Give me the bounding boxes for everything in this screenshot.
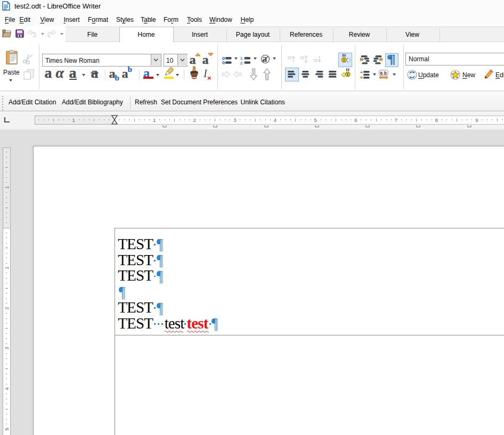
- svg-text:1.: 1.: [240, 56, 243, 60]
- svg-text:2.: 2.: [240, 61, 243, 65]
